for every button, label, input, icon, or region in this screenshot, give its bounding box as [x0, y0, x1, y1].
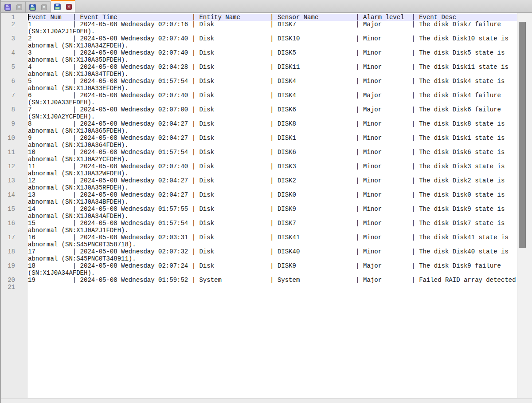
text-line[interactable]: 6 | 2024-05-08 Wednesday 02:07:40 | Disk…	[28, 92, 517, 99]
text-line[interactable]: 9 | 2024-05-08 Wednesday 02:04:27 | Disk…	[28, 134, 517, 142]
text-line[interactable]: (SN:X1J0A34AFDEH).	[28, 269, 517, 277]
line-number	[1, 113, 27, 120]
text-line[interactable]: 10 | 2024-05-08 Wednesday 01:57:54 | Dis…	[28, 149, 517, 156]
line-number	[1, 227, 27, 234]
line-number: 4	[1, 49, 27, 56]
line-number: 6	[1, 78, 27, 85]
text-line[interactable]: 19 | 2024-05-08 Wednesday 01:59:52 | Sys…	[28, 277, 517, 284]
text-line[interactable]: 11 | 2024-05-08 Wednesday 02:07:40 | Dis…	[28, 163, 517, 170]
line-number: 11	[1, 149, 27, 156]
text-line[interactable]: 13 | 2024-05-08 Wednesday 02:04:27 | Dis…	[28, 191, 517, 198]
line-number: 18	[1, 248, 27, 255]
close-tab-icon[interactable]: ✕	[16, 4, 22, 10]
line-number: 12	[1, 163, 27, 170]
tab-1[interactable]: ✕	[1, 1, 26, 12]
line-number	[1, 42, 27, 49]
text-line[interactable]: abnormal (SN:X1J0A365FDEH).	[28, 127, 517, 134]
line-number	[1, 255, 27, 262]
line-number	[1, 241, 27, 248]
saved-file-icon	[54, 4, 61, 10]
text-line[interactable]: 14 | 2024-05-08 Wednesday 01:57:55 | Dis…	[28, 205, 517, 213]
line-number	[1, 71, 27, 78]
line-number-gutter: 123456789101112131415161718192021	[1, 13, 27, 398]
bottom-strip	[1, 398, 532, 403]
line-number	[1, 28, 27, 35]
text-line[interactable]: abnormal (SN:X1J0A34ZFDEH).	[28, 42, 517, 49]
line-number: 15	[1, 205, 27, 213]
current-line[interactable]: Event Num | Event Time | Entity Name | S…	[28, 14, 517, 21]
line-number	[1, 213, 27, 220]
text-line[interactable]: 5 | 2024-05-08 Wednesday 01:57:54 | Disk…	[28, 78, 517, 85]
line-number: 9	[1, 120, 27, 127]
line-number	[1, 198, 27, 205]
text-line[interactable]: 3 | 2024-05-08 Wednesday 02:07:40 | Disk…	[28, 49, 517, 56]
text-line[interactable]: abnormal (SN:X1J0A34AFDEH).	[28, 213, 517, 220]
text-line[interactable]: abnormal (SN:S45PNC0T348911).	[28, 255, 517, 262]
text-line[interactable]: 18 | 2024-05-08 Wednesday 02:07:24 | Dis…	[28, 262, 517, 269]
tab-bar: ✕✕✕	[1, 0, 532, 13]
text-line[interactable]: abnormal (SN:X1J0A35DFDEH).	[28, 56, 517, 63]
text-line[interactable]: 12 | 2024-05-08 Wednesday 02:04:27 | Dis…	[28, 177, 517, 184]
tab-2[interactable]: ✕	[26, 1, 51, 12]
close-tab-icon[interactable]: ✕	[66, 4, 72, 10]
line-number: 8	[1, 106, 27, 113]
text-line[interactable]: 17 | 2024-05-08 Wednesday 02:07:32 | Dis…	[28, 248, 517, 255]
line-number: 19	[1, 262, 27, 269]
text-line[interactable]: 7 | 2024-05-08 Wednesday 02:07:00 | Disk…	[28, 106, 517, 113]
line-number: 1	[1, 14, 27, 21]
text-line[interactable]: 16 | 2024-05-08 Wednesday 02:03:31 | Dis…	[28, 234, 517, 241]
line-number: 3	[1, 35, 27, 42]
line-number	[1, 170, 27, 177]
line-number: 2	[1, 21, 27, 28]
line-number	[1, 99, 27, 106]
text-line[interactable]: abnormal (SN:X1J0A34BFDEH).	[28, 198, 517, 205]
line-number: 21	[1, 284, 27, 291]
text-caret	[28, 14, 29, 20]
line-number	[1, 156, 27, 163]
line-number: 7	[1, 92, 27, 99]
text-content[interactable]: Event Num | Event Time | Entity Name | S…	[28, 13, 517, 398]
text-line[interactable]: abnormal (SN:X1J0A32WFDEH).	[28, 170, 517, 177]
text-line[interactable]: (SN:X1J0A2YCFDEH).	[28, 113, 517, 120]
text-line[interactable]: 15 | 2024-05-08 Wednesday 01:57:54 | Dis…	[28, 220, 517, 227]
text-line[interactable]: abnormal (SN:X1J0A33EFDEH).	[28, 85, 517, 92]
editor-area: 123456789101112131415161718192021 Event …	[1, 13, 532, 398]
modified-file-icon	[4, 4, 11, 11]
text-line[interactable]: (SN:X1J0A2J1FDEH).	[28, 28, 517, 35]
text-line[interactable]: abnormal (SN:X1J0A2J1FDEH).	[28, 227, 517, 234]
line-number: 17	[1, 234, 27, 241]
close-tab-icon[interactable]: ✕	[41, 4, 47, 10]
line-number: 5	[1, 63, 27, 71]
text-line[interactable]: abnormal (SN:X1J0A2YCFDEH).	[28, 156, 517, 163]
line-number	[1, 142, 27, 149]
text-line[interactable]: abnormal (SN:S45PNC0T358718).	[28, 241, 517, 248]
line-number: 16	[1, 220, 27, 227]
text-line[interactable]: abnormal (SN:X1J0A34TFDEH).	[28, 71, 517, 78]
line-number: 13	[1, 177, 27, 184]
text-line[interactable]: 8 | 2024-05-08 Wednesday 02:04:27 | Disk…	[28, 120, 517, 127]
line-number	[1, 184, 27, 191]
line-number	[1, 127, 27, 134]
text-line[interactable]: 4 | 2024-05-08 Wednesday 02:04:28 | Disk…	[28, 63, 517, 71]
line-number: 10	[1, 134, 27, 142]
active-tab-accent-bar	[51, 0, 75, 1]
line-number	[1, 56, 27, 63]
text-line[interactable]: 2 | 2024-05-08 Wednesday 02:07:40 | Disk…	[28, 35, 517, 42]
editor-window: ✕✕✕ 123456789101112131415161718192021 Ev…	[0, 0, 532, 403]
text-line[interactable]: (SN:X1J0A33EFDEH).	[28, 99, 517, 106]
text-line[interactable]: 1 | 2024-05-08 Wednesday 02:07:16 | Disk…	[28, 21, 517, 28]
text-line[interactable]: abnormal (SN:X1J0A35RFDEH).	[28, 184, 517, 191]
text-line[interactable]	[28, 284, 517, 291]
saved-file-icon	[29, 4, 36, 11]
line-number	[1, 85, 27, 92]
tab-3[interactable]: ✕	[51, 0, 75, 12]
line-number	[1, 269, 27, 277]
vertical-scrollbar[interactable]	[517, 13, 532, 398]
line-number: 20	[1, 277, 27, 284]
scrollbar-thumb[interactable]	[519, 22, 526, 248]
line-number: 14	[1, 191, 27, 198]
text-line[interactable]: abnormal (SN:X1J0A364FDEH).	[28, 142, 517, 149]
